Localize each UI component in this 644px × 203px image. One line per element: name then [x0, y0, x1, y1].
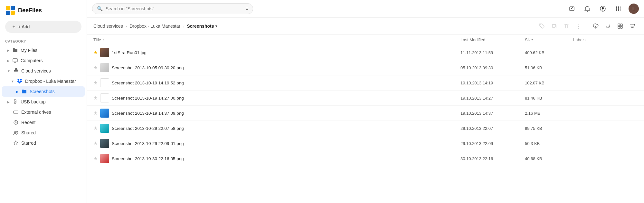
- search-box[interactable]: 🔍 ≡: [92, 3, 253, 14]
- file-thumbnail: [100, 154, 109, 163]
- sidebar-item-label: Starred: [21, 140, 36, 146]
- sidebar-item-usb-backup[interactable]: ▶ USB backup: [2, 97, 85, 107]
- svg-rect-1: [11, 6, 15, 10]
- sort-button[interactable]: [627, 21, 638, 31]
- folder-icon: [12, 47, 18, 53]
- file-thumbnail: [100, 139, 109, 148]
- sidebar-item-external-drives[interactable]: External drives: [2, 107, 85, 117]
- file-size: 99.75 KB: [525, 126, 573, 131]
- sidebar-item-screenshots[interactable]: ▶ Screenshots: [2, 86, 85, 97]
- svg-rect-3: [11, 11, 15, 15]
- sidebar-item-my-files[interactable]: ▶ My Files: [2, 45, 85, 55]
- file-name-cell: ★ Screenshot 2013-10-05 09.30.20.png: [93, 63, 460, 72]
- col-size: Size: [525, 37, 573, 42]
- delete-button: [561, 21, 572, 31]
- breadcrumb-sep-1: ›: [126, 24, 127, 29]
- file-size: 81.46 KB: [525, 96, 573, 101]
- file-date: 19.10.2013 14:19: [460, 81, 525, 85]
- checklist-icon[interactable]: [567, 4, 577, 14]
- file-name-cell: ★ Screenshot 2013-10-29 22.07.58.png: [93, 124, 460, 133]
- svg-point-27: [540, 24, 541, 25]
- file-name-cell: ★ Screenshot 2013-10-30 22.16.05.png: [93, 154, 460, 163]
- bell-icon[interactable]: [582, 4, 592, 14]
- star-button[interactable]: ★: [93, 80, 98, 86]
- file-size: 102.07 KB: [525, 81, 573, 85]
- star-button[interactable]: ★: [93, 156, 98, 161]
- grid-view-button[interactable]: [615, 21, 625, 31]
- hdd-icon: [13, 109, 19, 115]
- avatar[interactable]: L: [629, 4, 639, 14]
- sidebar-item-label: Screenshots: [30, 89, 55, 94]
- file-thumbnail: [100, 93, 109, 102]
- file-list-header: Title ↑ Last Modified Size Labels: [87, 35, 644, 45]
- svg-point-13: [14, 131, 16, 133]
- star-button[interactable]: ★: [93, 65, 98, 71]
- breadcrumb-current[interactable]: Screenshots ▾: [187, 24, 217, 29]
- refresh-button[interactable]: [603, 21, 613, 31]
- star-button[interactable]: ★: [93, 50, 98, 55]
- table-row[interactable]: ★ Screenshot 2013-10-19 14.27.00.png 19.…: [87, 91, 644, 106]
- sidebar-item-computers[interactable]: ▶ Computers: [2, 55, 85, 66]
- file-name: Screenshot 2013-10-29 22.09.01.png: [112, 141, 184, 146]
- sidebar-item-recent[interactable]: Recent: [2, 117, 85, 128]
- svg-rect-19: [618, 6, 619, 8]
- sidebar-item-starred[interactable]: Starred: [2, 138, 85, 148]
- add-button[interactable]: ＋ + Add: [5, 21, 81, 33]
- sidebar-item-cloud-services[interactable]: ▼ Cloud services: [2, 66, 85, 76]
- table-row[interactable]: ★ Screenshot 2013-10-19 14.37.09.png 19.…: [87, 106, 644, 121]
- cloud-upload-button[interactable]: [591, 21, 601, 31]
- sidebar: BeeFiles ＋ + Add Category ▶ My Files ▶ C…: [0, 0, 87, 203]
- main-content: 🔍 ≡: [87, 0, 644, 203]
- svg-point-14: [16, 131, 18, 132]
- computer-icon: [12, 58, 18, 63]
- sidebar-item-label: My Files: [21, 48, 37, 53]
- app-name: BeeFiles: [18, 7, 42, 14]
- table-row[interactable]: ★ Screenshot 2013-10-29 22.09.01.png 29.…: [87, 136, 644, 151]
- apps-icon[interactable]: [613, 4, 623, 14]
- svg-rect-8: [14, 101, 15, 101]
- sidebar-item-label: Computers: [21, 58, 43, 63]
- table-row[interactable]: ★ Screenshot 2013-10-19 14.19.52.png 19.…: [87, 75, 644, 91]
- svg-rect-32: [618, 26, 620, 28]
- help-icon[interactable]: [598, 4, 608, 14]
- svg-rect-26: [620, 10, 620, 11]
- table-row[interactable]: ★ 1stStratRun01.jpg 11.11.2013 11:59 409…: [87, 45, 644, 60]
- svg-rect-4: [13, 59, 17, 62]
- sidebar-item-label: Recent: [21, 120, 35, 125]
- star-button[interactable]: ★: [93, 125, 98, 131]
- col-title: Title ↑: [93, 37, 460, 42]
- file-size: 40.68 KB: [525, 156, 573, 161]
- category-label: Category: [0, 38, 87, 45]
- more-options-button: ⋮: [573, 21, 584, 31]
- file-thumbnail: [100, 63, 109, 72]
- file-thumbnail: [100, 109, 109, 118]
- svg-rect-25: [618, 10, 619, 11]
- star-button[interactable]: ★: [93, 95, 98, 101]
- file-size: 50.3 KB: [525, 141, 573, 146]
- file-name-cell: ★ Screenshot 2013-10-19 14.37.09.png: [93, 109, 460, 118]
- svg-rect-22: [618, 8, 619, 10]
- chevron-right-icon: ▶: [7, 100, 10, 104]
- sidebar-item-shared[interactable]: Shared: [2, 128, 85, 138]
- star-icon: [13, 140, 19, 146]
- sort-arrow-icon: ↑: [102, 38, 104, 42]
- svg-rect-0: [6, 6, 10, 10]
- search-input[interactable]: [106, 6, 243, 11]
- sidebar-item-dropbox[interactable]: ▼ Dropbox - Luka Manestar: [2, 76, 85, 86]
- folder-icon: [21, 89, 27, 94]
- star-button[interactable]: ★: [93, 140, 98, 146]
- star-button[interactable]: ★: [93, 110, 98, 116]
- file-size: 409.62 KB: [525, 50, 573, 55]
- breadcrumb-cloud-services[interactable]: Cloud services: [93, 24, 123, 29]
- svg-rect-23: [620, 8, 620, 10]
- table-row[interactable]: ★ Screenshot 2013-10-29 22.07.58.png 29.…: [87, 121, 644, 136]
- table-row[interactable]: ★ Screenshot 2013-10-05 09.30.20.png 05.…: [87, 60, 644, 75]
- table-row[interactable]: ★ Screenshot 2013-10-30 22.16.05.png 30.…: [87, 151, 644, 166]
- filter-icon[interactable]: ≡: [246, 6, 248, 11]
- sidebar-item-label: Dropbox - Luka Manestar: [25, 79, 76, 84]
- usb-icon: [12, 99, 18, 105]
- svg-rect-24: [616, 10, 617, 11]
- svg-point-17: [602, 10, 603, 11]
- breadcrumb-dropbox[interactable]: Dropbox - Luka Manestar: [129, 24, 180, 29]
- file-name-cell: ★ Screenshot 2013-10-19 14.19.52.png: [93, 78, 460, 87]
